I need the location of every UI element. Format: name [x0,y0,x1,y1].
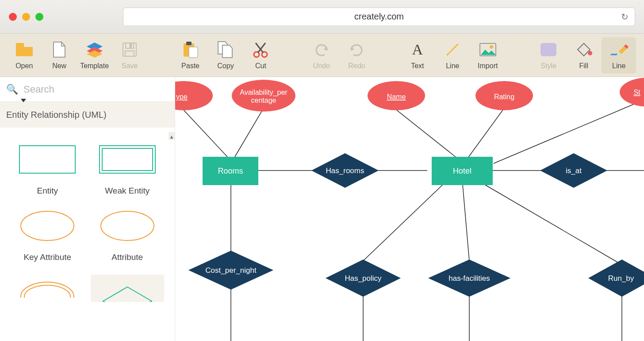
line-style-button[interactable]: Line [602,37,636,74]
svg-line-39 [485,185,617,262]
svg-rect-19 [102,148,153,170]
rel-cost-per-night[interactable]: Cost_per_night [188,251,273,290]
svg-line-12 [447,44,458,55]
address-bar-url: creately.com [354,12,404,22]
svg-point-21 [101,211,154,240]
svg-point-50 [620,78,644,107]
svg-line-37 [463,185,469,261]
window-controls [9,13,43,21]
attr-name[interactable]: Name [368,81,425,110]
shapes-panel: 🔍 Entity Relationship (UML) ▲ Entity Wea… [0,77,175,341]
search-icon[interactable]: 🔍 [6,84,18,95]
scissors-icon [252,41,269,58]
search-input[interactable] [23,84,169,95]
svg-line-25 [235,108,264,157]
attr-st[interactable]: St [620,78,644,107]
cut-button[interactable]: Cut [244,37,278,74]
attr-type[interactable]: ype [175,81,213,110]
shape-relationship[interactable] [91,275,165,302]
refresh-icon[interactable]: ↻ [621,12,629,22]
style-button[interactable]: Style [532,37,566,74]
attr-rating[interactable]: Rating [475,81,533,110]
svg-point-23 [24,285,70,298]
undo-icon [314,41,330,58]
address-bar[interactable]: creately.com ↻ [123,8,635,26]
new-file-icon [53,41,66,58]
layers-icon [86,41,104,58]
svg-point-20 [21,211,74,240]
template-button[interactable]: Template [77,37,111,74]
rel-has-facilities[interactable]: has-facilities [428,260,510,297]
svg-text:Availability_per: Availability_per [240,89,288,97]
svg-text:Has_policy: Has_policy [345,274,382,283]
redo-icon [349,41,364,58]
svg-text:ype: ype [176,93,188,101]
line-tool-button[interactable]: Line [436,37,470,74]
undo-button[interactable]: Undo [304,37,338,74]
attr-availability[interactable]: Availability_per centage [232,80,295,112]
entity-hotel[interactable]: Hotel [432,157,493,185]
save-icon [122,41,137,58]
svg-line-35 [363,185,443,261]
svg-rect-15 [540,43,556,56]
svg-text:Run_by: Run_by [608,274,634,283]
entity-shape-icon [16,142,78,177]
scroll-up-icon: ▲ [169,134,174,140]
diagram-canvas[interactable]: ype Availability_per centage Name Rating… [175,77,644,341]
key-attribute-shape-icon [16,208,78,244]
panel-title[interactable]: Entity Relationship (UML) [0,102,175,128]
text-icon: A [412,41,423,58]
redo-button[interactable]: Redo [340,37,374,74]
svg-point-16 [588,51,592,55]
main-toolbar: Open New Template Save Paste Copy C [0,34,644,77]
new-button[interactable]: New [42,37,76,74]
dropdown-handle-icon[interactable] [21,99,26,102]
svg-rect-18 [100,146,155,173]
save-button[interactable]: Save [112,37,146,74]
line-icon [445,41,460,58]
pencil-line-icon [609,41,629,58]
paint-bucket-icon [575,41,593,58]
scrollbar[interactable]: ▲ [169,132,175,140]
shape-entity[interactable]: Entity [11,142,84,196]
svg-point-14 [490,45,493,49]
svg-rect-7 [189,47,198,58]
svg-text:is_at: is_at [566,167,582,175]
folder-icon [15,41,34,58]
minimize-window-button[interactable] [22,13,30,21]
fill-button[interactable]: Fill [567,37,601,74]
text-tool-button[interactable]: A Text [400,37,434,74]
rel-is-at[interactable]: is_at [540,153,607,188]
relationship-shape-icon [96,279,158,302]
multivalued-attribute-shape-icon [16,275,78,298]
paste-icon [183,41,199,58]
copy-button[interactable]: Copy [208,37,242,74]
svg-line-27 [467,108,504,159]
svg-text:Rooms: Rooms [218,167,243,175]
svg-rect-0 [16,43,24,47]
paste-button[interactable]: Paste [173,37,207,74]
weak-entity-shape-icon [96,142,158,177]
rel-run-by[interactable]: Run_by [588,260,644,297]
maximize-window-button[interactable] [35,13,43,21]
shape-key-attribute[interactable]: Key Attribute [11,208,84,262]
svg-line-28 [494,104,635,163]
svg-text:centage: centage [251,97,276,104]
svg-line-24 [182,108,227,157]
browser-titlebar: creately.com ↻ [0,0,644,34]
svg-text:has-facilities: has-facilities [448,274,490,283]
svg-text:Has_rooms: Has_rooms [326,167,364,175]
import-button[interactable]: Import [471,37,505,74]
open-button[interactable]: Open [7,37,41,74]
shape-multivalued-attribute[interactable] [11,275,84,302]
style-swatch-icon [540,41,557,58]
rel-has-policy[interactable]: Has_policy [326,260,401,297]
svg-line-26 [394,108,458,159]
svg-rect-3 [130,43,132,48]
rel-has-rooms[interactable]: Has_rooms [311,153,379,188]
shape-weak-entity[interactable]: Weak Entity [91,142,165,196]
copy-icon [217,41,234,58]
entity-rooms[interactable]: Rooms [203,157,258,185]
close-window-button[interactable] [9,13,17,21]
shape-attribute[interactable]: Attribute [91,208,165,262]
